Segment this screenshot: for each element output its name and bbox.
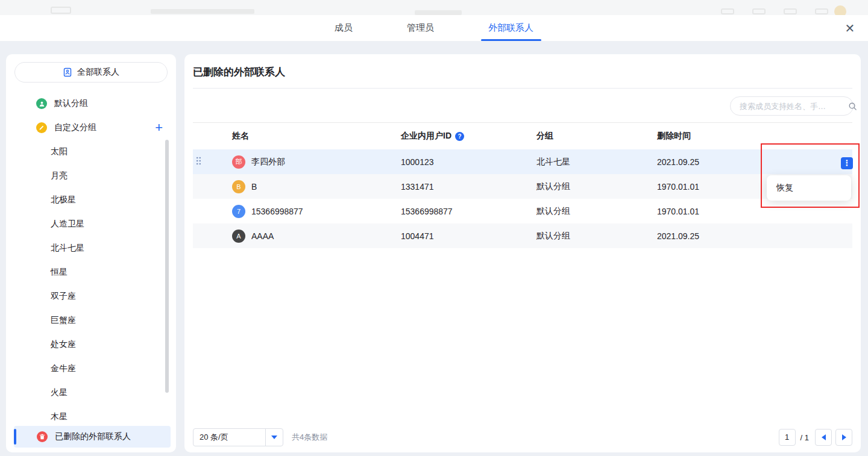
ghost-toolbar-icon-3 xyxy=(784,8,797,14)
page-size-select[interactable]: 20 条/页 xyxy=(193,428,283,446)
trash-icon xyxy=(37,431,48,442)
all-contacts-button[interactable]: 全部联系人 xyxy=(14,62,168,83)
row-handle-cell xyxy=(193,156,232,167)
user-id-cell: 15366998877 xyxy=(401,207,536,216)
page-size-value: 20 条/页 xyxy=(193,432,265,443)
ghost-user-avatar xyxy=(834,5,846,15)
name-cell: B B xyxy=(232,180,401,193)
col-header-name: 姓名 xyxy=(232,131,401,142)
group-cell: 默认分组 xyxy=(536,181,657,192)
ghost-toolbar-icon-1 xyxy=(721,8,734,14)
ghost-toolbar-icon-4 xyxy=(815,8,828,14)
menu-item-restore[interactable]: 恢复 xyxy=(776,183,793,193)
deleted-contacts-label: 已删除的外部联系人 xyxy=(55,431,131,442)
table-body: 部 李四外部 1000123 北斗七星 2021.09.25 B B 13314… xyxy=(193,149,852,248)
avatar: 7 xyxy=(232,205,245,218)
ghost-breadcrumb xyxy=(151,9,254,14)
table-row[interactable]: A AAAA 1004471 默认分组 2021.09.25 xyxy=(193,223,852,248)
table-header-row: 姓名 企业内用户ID ? 分组 删除时间 xyxy=(193,122,852,149)
table-row[interactable]: 7 15366998877 15366998877 默认分组 1970.01.0… xyxy=(193,199,852,223)
sidebar-item-default-group[interactable]: 默认分组 xyxy=(6,92,176,116)
main-panel: 已删除的外部联系人 姓名 企业内用户ID ? 分组 删除时间 xyxy=(184,54,861,452)
row-handle-cell xyxy=(193,181,232,192)
user-id-cell: 1004471 xyxy=(401,231,536,241)
sidebar-item-custom-group[interactable]: 自定义分组 + xyxy=(6,116,176,140)
sidebar-item-custom[interactable]: 恒星 xyxy=(6,260,176,284)
tab-members[interactable]: 成员 xyxy=(326,15,361,41)
col-header-user-id: 企业内用户ID ? xyxy=(401,131,536,142)
group-cell: 默认分组 xyxy=(536,231,657,242)
contact-name: B xyxy=(251,182,257,192)
sidebar-item-custom[interactable]: 木星 xyxy=(6,405,176,424)
chevron-down-icon xyxy=(271,436,277,439)
sidebar-item-custom[interactable]: 人造卫星 xyxy=(6,212,176,236)
contact-name: 15366998877 xyxy=(251,207,303,216)
sidebar-item-custom[interactable]: 双子座 xyxy=(6,284,176,308)
sidebar-scrollbar[interactable] xyxy=(165,140,169,393)
table-row[interactable]: B B 1331471 默认分组 1970.01.01 xyxy=(193,174,852,199)
deleted-contacts-table: 姓名 企业内用户ID ? 分组 删除时间 部 李四外部 1000123 北斗七星… xyxy=(193,122,852,248)
person-icon xyxy=(36,98,47,109)
help-icon[interactable]: ? xyxy=(455,132,464,141)
name-cell: 部 李四外部 xyxy=(232,155,401,169)
divider xyxy=(193,88,852,89)
deleted-at-cell: 2021.09.25 xyxy=(657,157,852,167)
group-cell: 北斗七星 xyxy=(536,157,657,167)
contact-name: 李四外部 xyxy=(251,157,285,167)
tab-external-contacts[interactable]: 外部联系人 xyxy=(480,15,542,41)
modal-header: 成员 管理员 外部联系人 ✕ xyxy=(0,15,868,41)
select-arrow-area xyxy=(265,429,283,446)
add-group-icon[interactable]: + xyxy=(155,120,163,135)
chevron-right-icon xyxy=(842,434,846,440)
sidebar-item-custom[interactable]: 月亮 xyxy=(6,164,176,188)
search-input[interactable] xyxy=(731,102,848,111)
context-menu: 恢复 xyxy=(767,175,851,201)
row-handle-cell xyxy=(193,205,232,217)
pagination-bar: 20 条/页 共4条数据 1 / 1 xyxy=(193,428,852,446)
col-header-deleted-at: 删除时间 xyxy=(657,131,852,142)
sidebar-item-custom[interactable]: 金牛座 xyxy=(6,357,176,381)
col-header-group: 分组 xyxy=(536,131,657,142)
name-cell: 7 15366998877 xyxy=(232,205,401,218)
ghost-center-text xyxy=(415,10,462,15)
sidebar-item-custom[interactable]: 北极星 xyxy=(6,188,176,212)
pager-controls: 1 / 1 xyxy=(779,428,852,446)
custom-group-label: 自定义分组 xyxy=(54,122,96,133)
chevron-left-icon xyxy=(822,434,826,440)
sidebar-item-custom[interactable]: 巨蟹座 xyxy=(6,308,176,333)
sidebar-item-custom[interactable]: 处女座 xyxy=(6,333,176,357)
prev-page-button[interactable] xyxy=(815,429,832,446)
avatar: A xyxy=(232,230,245,243)
tab-list: 成员 管理员 外部联系人 xyxy=(0,15,868,41)
next-page-button[interactable] xyxy=(835,429,852,446)
total-count-label: 共4条数据 xyxy=(292,428,327,446)
user-id-cell: 1000123 xyxy=(401,157,536,167)
search-box xyxy=(730,96,854,116)
pencil-icon xyxy=(36,122,47,133)
deleted-at-cell: 2021.09.25 xyxy=(657,231,852,241)
avatar: 部 xyxy=(232,155,245,169)
row-handle-cell xyxy=(193,230,232,242)
sidebar-item-deleted-contacts[interactable]: 已删除的外部联系人 xyxy=(14,426,171,448)
sidebar-item-custom[interactable]: 太阳 xyxy=(6,140,176,164)
close-icon[interactable]: ✕ xyxy=(843,21,857,36)
custom-group-list: 太阳月亮北极星人造卫星北斗七星恒星双子座巨蟹座处女座金牛座火星木星 xyxy=(6,140,176,424)
name-cell: A AAAA xyxy=(232,230,401,243)
all-contacts-label: 全部联系人 xyxy=(77,67,119,78)
sidebar-item-custom[interactable]: 北斗七星 xyxy=(6,236,176,260)
drag-handle-icon[interactable] xyxy=(196,156,201,166)
tab-admins[interactable]: 管理员 xyxy=(398,15,442,41)
sidebar-item-custom[interactable]: 火星 xyxy=(6,381,176,405)
contact-book-icon xyxy=(63,67,72,77)
underlying-page-strip xyxy=(0,0,868,15)
current-page-input[interactable]: 1 xyxy=(779,429,796,446)
ghost-toolbar-icon-2 xyxy=(752,8,766,14)
more-actions-button[interactable]: ⋮ xyxy=(841,157,853,169)
contact-name: AAAA xyxy=(251,231,274,241)
search-icon[interactable] xyxy=(848,102,857,111)
ghost-app-icon xyxy=(51,7,71,14)
sidebar: 全部联系人 默认分组 自定义分组 + 太阳月亮北极星人造卫星北斗七星恒星双子座巨… xyxy=(6,54,176,452)
group-cell: 默认分组 xyxy=(536,206,657,217)
avatar: B xyxy=(232,180,245,193)
table-row[interactable]: 部 李四外部 1000123 北斗七星 2021.09.25 xyxy=(193,149,852,174)
